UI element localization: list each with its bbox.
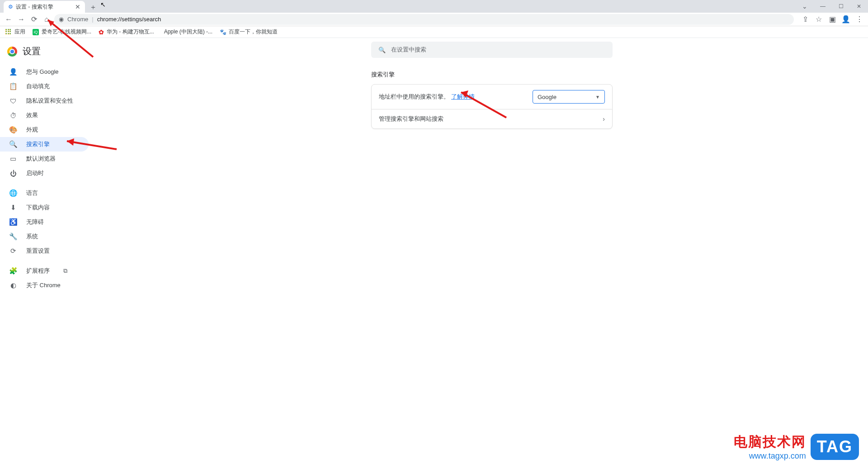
bookmarks-apps-label: 应用 <box>14 28 25 36</box>
settings-main: 🔍 在设置中搜索 搜索引擎 地址栏中使用的搜索引擎。 了解详情 Google ▼… <box>116 38 868 469</box>
sidebar-item-language[interactable]: 🌐语言 <box>0 186 89 200</box>
bookmark-label: Apple (中国大陆) -... <box>164 28 212 36</box>
section-title: 搜索引擎 <box>371 71 613 79</box>
bookmark-label: 爱奇艺-在线视频网... <box>42 28 91 36</box>
settings-page: 设置 👤您与 Google📋自动填充🛡隐私设置和安全性⏱效果🎨外观🔍搜索引擎▭默… <box>0 38 868 469</box>
omnibox-divider: | <box>92 16 93 23</box>
close-window-button[interactable]: ✕ <box>850 0 868 13</box>
forward-button[interactable]: → <box>16 14 26 24</box>
nav-label: 效果 <box>26 111 38 119</box>
nav-icon: ⬇ <box>9 204 17 212</box>
open-external-icon: ⧉ <box>63 267 67 275</box>
search-icon: 🔍 <box>378 47 386 53</box>
nav-icon: 🧩 <box>9 267 17 275</box>
settings-search[interactable]: 🔍 在设置中搜索 <box>371 42 613 58</box>
site-info-icon[interactable]: ◉ <box>59 16 64 23</box>
nav-label: 启动时 <box>26 169 44 177</box>
bookmark-label: 百度一下，你就知道 <box>229 28 278 36</box>
sidebar-item-downloads[interactable]: ⬇下载内容 <box>0 200 89 215</box>
settings-sidebar: 设置 👤您与 Google📋自动填充🛡隐私设置和安全性⏱效果🎨外观🔍搜索引擎▭默… <box>0 38 116 469</box>
chevron-down-icon[interactable]: ⌄ <box>796 0 814 13</box>
bookmark-iqiyi[interactable]: iQ 爱奇艺-在线视频网... <box>33 28 91 36</box>
sidebar-item-appearance[interactable]: 🎨外观 <box>0 123 89 137</box>
share-icon[interactable]: ⇪ <box>800 14 810 24</box>
new-tab-button[interactable]: ＋ <box>88 2 99 13</box>
default-search-engine-row: 地址栏中使用的搜索引擎。 了解详情 Google ▼ <box>372 85 612 109</box>
window-controls: ⌄ — ☐ ✕ <box>796 0 868 13</box>
apps-grid-icon <box>5 29 12 35</box>
sidebar-item-autofill[interactable]: 📋自动填充 <box>0 79 89 94</box>
search-engine-card: 地址栏中使用的搜索引擎。 了解详情 Google ▼ 管理搜索引擎和网站搜索 › <box>371 84 613 129</box>
sidebar-item-extensions[interactable]: 🧩扩展程序⧉ <box>0 264 89 278</box>
row-text: 管理搜索引擎和网站搜索 <box>379 115 443 123</box>
watermark: 电脑技术网 www.tagxp.com TAG <box>734 433 859 461</box>
sidebar-item-search-engine[interactable]: 🔍搜索引擎 <box>0 137 89 152</box>
row-text: 地址栏中使用的搜索引擎。 <box>379 93 449 101</box>
nav-label: 无障碍 <box>26 218 44 226</box>
nav-label: 默认浏览器 <box>26 155 56 163</box>
nav-icon: 🛡 <box>9 97 17 105</box>
browser-toolbar: ← → ⟳ ⌂ ◉ Chrome | chrome://settings/sea… <box>0 13 868 26</box>
bookmarks-bar: 应用 iQ 爱奇艺-在线视频网... ✿ 华为 - 构建万物互... Apple… <box>0 26 868 38</box>
sidebar-item-you-and-google[interactable]: 👤您与 Google <box>0 65 89 79</box>
cursor-arrow-icon: ↖ <box>100 1 106 8</box>
tab-title: 设置 - 搜索引擎 <box>16 3 53 11</box>
maximize-button[interactable]: ☐ <box>832 0 850 13</box>
learn-more-link[interactable]: 了解详情 <box>451 93 475 101</box>
menu-kebab-icon[interactable]: ⋮ <box>854 14 864 24</box>
settings-header: 设置 <box>0 43 116 65</box>
chevron-down-icon: ▼ <box>595 95 600 99</box>
page-title: 设置 <box>23 45 41 57</box>
sidebar-item-accessibility[interactable]: ♿无障碍 <box>0 215 89 229</box>
close-tab-icon[interactable]: ✕ <box>75 3 80 10</box>
omnibox-scheme: Chrome <box>67 16 88 23</box>
bookmarks-apps[interactable]: 应用 <box>5 28 25 36</box>
back-button[interactable]: ← <box>4 14 14 24</box>
search-placeholder: 在设置中搜索 <box>391 46 426 54</box>
side-panel-icon[interactable]: ▣ <box>827 14 837 24</box>
sidebar-item-performance[interactable]: ⏱效果 <box>0 108 89 123</box>
sidebar-item-system[interactable]: 🔧系统 <box>0 229 89 244</box>
sidebar-item-reset[interactable]: ⟳重置设置 <box>0 244 89 258</box>
nav-label: 系统 <box>26 232 38 241</box>
bookmark-star-icon[interactable]: ☆ <box>814 14 824 24</box>
sidebar-item-on-startup[interactable]: ⏻启动时 <box>0 166 89 180</box>
nav-icon: 👤 <box>9 68 17 76</box>
nav-icon: 🔧 <box>9 232 17 241</box>
nav-icon: ♿ <box>9 218 17 226</box>
home-button[interactable]: ⌂ <box>42 14 52 24</box>
nav-label: 下载内容 <box>26 204 50 212</box>
bookmark-baidu[interactable]: 🐾 百度一下，你就知道 <box>220 28 278 36</box>
nav-icon: ⏻ <box>9 170 17 177</box>
huawei-icon: ✿ <box>99 28 104 36</box>
nav-icon: ⏱ <box>9 112 17 119</box>
sidebar-item-default-browser[interactable]: ▭默认浏览器 <box>0 152 89 166</box>
nav-label: 您与 Google <box>26 68 59 76</box>
nav-label: 关于 Chrome <box>26 281 61 289</box>
nav-icon: ▭ <box>9 155 17 163</box>
sidebar-item-privacy[interactable]: 🛡隐私设置和安全性 <box>0 94 89 108</box>
reload-button[interactable]: ⟳ <box>29 14 39 24</box>
nav-label: 自动填充 <box>26 82 50 90</box>
nav-label: 扩展程序 <box>26 267 50 275</box>
baidu-icon: 🐾 <box>220 29 226 35</box>
minimize-button[interactable]: — <box>814 0 832 13</box>
watermark-title: 电脑技术网 <box>734 433 806 451</box>
bookmark-huawei[interactable]: ✿ 华为 - 构建万物互... <box>99 28 154 36</box>
nav-icon: 🔍 <box>9 140 17 148</box>
browser-tab-strip: ⚙ 设置 - 搜索引擎 ✕ ＋ ↖ ⌄ — ☐ ✕ <box>0 0 868 13</box>
browser-tab[interactable]: ⚙ 设置 - 搜索引擎 ✕ <box>4 1 85 13</box>
bookmark-label: 华为 - 构建万物互... <box>107 28 154 36</box>
watermark-tag: TAG <box>811 434 859 460</box>
nav-label: 语言 <box>26 189 38 197</box>
address-bar[interactable]: ◉ Chrome | chrome://settings/search <box>54 14 794 25</box>
nav-icon: 🌐 <box>9 189 17 197</box>
manage-search-engines-row[interactable]: 管理搜索引擎和网站搜索 › <box>372 109 612 128</box>
sidebar-item-about[interactable]: ◐关于 Chrome <box>0 278 89 293</box>
search-engine-select[interactable]: Google ▼ <box>533 90 605 104</box>
bookmark-apple[interactable]: Apple (中国大陆) -... <box>161 28 212 36</box>
nav-icon: 📋 <box>9 82 17 90</box>
omnibox-url: chrome://settings/search <box>97 16 161 23</box>
profile-avatar-icon[interactable]: 👤 <box>841 14 851 24</box>
nav-label: 隐私设置和安全性 <box>26 97 73 105</box>
